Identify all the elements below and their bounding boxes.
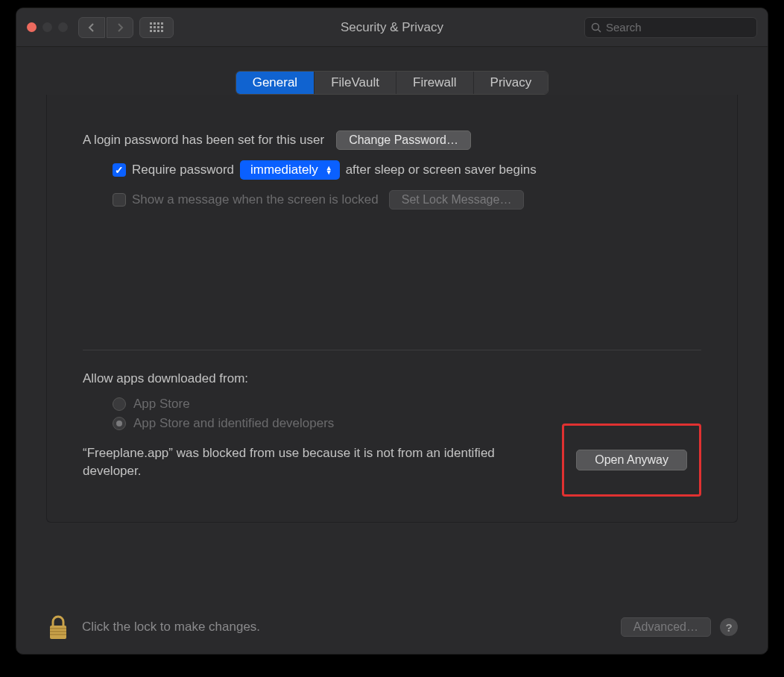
svg-line-1 (598, 29, 601, 32)
general-panel: A login password has been set for this u… (46, 95, 738, 523)
radio-appstore[interactable] (113, 397, 126, 411)
blocked-app-message: “Freeplane.app” was blocked from use bec… (83, 444, 522, 480)
chevron-left-icon (88, 22, 95, 33)
back-button[interactable] (78, 17, 105, 38)
radio-identified-label: App Store and identified developers (133, 416, 334, 431)
require-password-delay-value: immediately (250, 163, 318, 177)
footer-right: Advanced… ? (621, 617, 738, 637)
lock-hint-text: Click the lock to make changes. (82, 620, 260, 635)
tab-bar-container: General FileVault Firewall Privacy (16, 71, 768, 95)
show-message-label: Show a message when the screen is locked (132, 192, 379, 207)
titlebar: Security & Privacy Search (16, 8, 768, 47)
show-all-button[interactable] (139, 17, 174, 38)
window-title: Security & Privacy (341, 20, 443, 35)
grid-icon (150, 22, 163, 32)
blocked-app-row: “Freeplane.app” was blocked from use bec… (83, 444, 701, 497)
tab-firewall[interactable]: Firewall (396, 72, 474, 94)
help-button[interactable]: ? (720, 618, 738, 636)
traffic-lights (27, 22, 68, 32)
login-password-row: A login password has been set for this u… (83, 130, 701, 150)
show-message-checkbox[interactable] (113, 193, 126, 207)
svg-rect-3 (50, 628, 66, 629)
zoom-window-button[interactable] (58, 22, 68, 32)
search-field[interactable]: Search (584, 17, 757, 38)
lock-icon (48, 615, 69, 640)
require-password-delay-select[interactable]: immediately ▲▼ (240, 160, 340, 180)
minimize-window-button[interactable] (42, 22, 52, 32)
require-password-row: Require password immediately ▲▼ after sl… (83, 160, 701, 180)
tab-bar: General FileVault Firewall Privacy (235, 71, 549, 95)
set-lock-message-button: Set Lock Message… (389, 190, 525, 210)
login-password-text: A login password has been set for this u… (83, 133, 324, 148)
require-password-checkbox[interactable] (113, 163, 126, 177)
lock-button[interactable] (46, 614, 70, 640)
radio-appstore-row: App Store (83, 397, 701, 412)
open-anyway-highlight: Open Anyway (562, 423, 701, 497)
panel-divider (83, 350, 701, 350)
search-placeholder: Search (606, 21, 642, 34)
stepper-arrows-icon: ▲▼ (326, 166, 332, 174)
open-anyway-button[interactable]: Open Anyway (576, 450, 687, 470)
radio-appstore-label: App Store (133, 397, 190, 412)
change-password-button[interactable]: Change Password… (336, 130, 471, 150)
allow-apps-row: Allow apps downloaded from: (83, 371, 701, 386)
preferences-window: Security & Privacy Search General FileVa… (16, 7, 768, 655)
tab-general[interactable]: General (236, 72, 314, 94)
nav-buttons (78, 17, 133, 38)
tab-privacy[interactable]: Privacy (474, 72, 549, 94)
svg-rect-4 (50, 631, 66, 632)
svg-rect-5 (50, 634, 66, 635)
advanced-button[interactable]: Advanced… (621, 617, 711, 637)
forward-button[interactable] (107, 17, 133, 38)
radio-identified-developers[interactable] (113, 417, 126, 430)
allow-apps-label: Allow apps downloaded from: (83, 371, 248, 386)
require-password-label: Require password (132, 163, 234, 177)
help-icon: ? (725, 621, 732, 634)
close-window-button[interactable] (27, 22, 37, 32)
show-message-row: Show a message when the screen is locked… (83, 190, 701, 210)
search-icon (591, 22, 601, 33)
require-password-suffix: after sleep or screen saver begins (346, 163, 537, 177)
svg-point-0 (592, 23, 599, 30)
tab-filevault[interactable]: FileVault (314, 72, 396, 94)
footer: Click the lock to make changes. Advanced… (46, 614, 738, 640)
chevron-right-icon (116, 22, 124, 33)
